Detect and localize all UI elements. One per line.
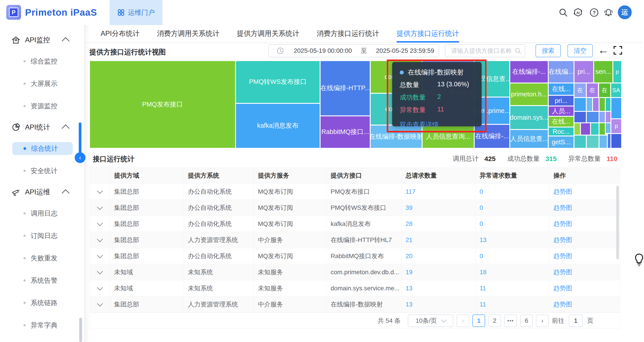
treemap-cell[interactable] [605, 123, 611, 133]
sidebar-item-安全统计[interactable]: 安全统计 [0, 160, 84, 182]
treemap-cell[interactable] [586, 98, 593, 112]
treemap-cell[interactable] [599, 112, 606, 123]
treemap-cell[interactable]: 在线... [548, 116, 574, 127]
treemap-cell[interactable] [605, 98, 611, 112]
treemap-cell[interactable] [574, 135, 586, 148]
treemap-cell[interactable]: 人员信息查... [510, 130, 548, 148]
treemap-cell[interactable] [611, 134, 622, 148]
treemap-cell[interactable] [574, 123, 580, 135]
treemap-cell[interactable]: pri... [548, 95, 574, 106]
clear-button[interactable]: 清空 [568, 44, 593, 57]
row-expand-chevron-icon[interactable] [97, 220, 103, 226]
sidebar-item-系统告警[interactable]: 系统告警 [0, 269, 84, 292]
treemap-cell[interactable]: p [611, 119, 622, 134]
error-requests-link[interactable]: 11 [480, 301, 486, 308]
ai-assistant-icon[interactable]: AI [573, 8, 583, 18]
sidebar-scrollbar[interactable] [79, 318, 82, 342]
view-title-help-icon[interactable]: ? [157, 48, 164, 55]
total-requests-link[interactable]: 19 [406, 269, 412, 276]
treemap-cell[interactable]: kafka消息发布 [236, 103, 320, 148]
page-ellipsis-button[interactable]: ••• [504, 314, 517, 327]
back-arrow-icon[interactable]: ← [598, 44, 609, 57]
treemap-cell[interactable] [607, 134, 611, 148]
sidebar-collapse-bar[interactable] [79, 122, 82, 154]
trend-chart-link[interactable]: 趋势图 [554, 204, 572, 212]
sidebar-item-订阅日志[interactable]: 订阅日志 [0, 224, 84, 247]
sidebar-item-调用日志[interactable]: 调用日志 [0, 202, 84, 224]
total-requests-link[interactable]: 117 [406, 188, 416, 195]
treemap-cell[interactable]: getS... [548, 136, 574, 148]
treemap-cell[interactable]: 在 [574, 83, 586, 98]
sidebar-collapse-button[interactable]: ‹ [75, 152, 86, 163]
total-requests-link[interactable]: 21 [406, 236, 412, 244]
trend-chart-link[interactable]: 趋势图 [554, 236, 572, 244]
treemap-cell[interactable] [605, 112, 611, 123]
error-requests-link[interactable]: 0 [480, 204, 483, 211]
treemap-cell[interactable] [574, 112, 586, 123]
treemap-cell[interactable]: PMQ发布接口 [90, 60, 236, 148]
tab-API分布统计[interactable]: API分布统计 [101, 25, 140, 42]
error-requests-link[interactable]: 0 [480, 188, 483, 195]
lightbulb-icon[interactable] [634, 253, 644, 267]
error-requests-link[interactable]: 0 [480, 220, 483, 228]
help-icon[interactable]: ? [589, 8, 599, 18]
tab-消费方调用关系统计[interactable]: 消费方调用关系统计 [157, 25, 220, 42]
sidebar-group-api-ops[interactable]: API运维 [0, 182, 84, 202]
app-logo-icon[interactable]: P [6, 5, 21, 20]
treemap-cell[interactable] [580, 123, 590, 135]
treemap-cell[interactable]: 在 [598, 83, 611, 98]
treemap-cell[interactable]: 在线编排-HTTP... [320, 60, 370, 116]
treemap-cell[interactable]: pri... [574, 60, 594, 83]
table-scrollbar[interactable] [616, 186, 619, 260]
treemap-cell[interactable]: 在 [586, 83, 598, 98]
treemap-cell[interactable]: sen... [594, 60, 613, 83]
api-name-search-input[interactable] [445, 44, 525, 57]
page-button-6[interactable]: 6 [520, 314, 533, 327]
fullscreen-icon[interactable] [613, 46, 622, 55]
sidebar-group-api-stats[interactable]: API统计 [0, 117, 84, 137]
sidebar-item-系统链路[interactable]: 系统链路 [0, 292, 84, 314]
search-icon[interactable] [558, 8, 568, 18]
prev-page-button[interactable]: ‹ [456, 314, 469, 327]
trend-chart-link[interactable]: 趋势图 [554, 252, 572, 260]
goto-page-input[interactable] [569, 314, 583, 327]
treemap-cell[interactable]: 在线编... [548, 60, 574, 83]
trend-chart-link[interactable]: 趋势图 [554, 188, 572, 196]
treemap-cell[interactable] [599, 98, 606, 112]
error-requests-link[interactable]: 0 [480, 252, 483, 260]
sidebar-group-api-monitor[interactable]: API监控 [0, 30, 84, 50]
treemap-cell[interactable] [592, 98, 599, 112]
sidebar-item-综合统计[interactable]: 综合统计 [0, 137, 84, 160]
treemap-cell[interactable]: primeton.h... [510, 83, 548, 106]
search-button[interactable]: 搜索 [536, 44, 561, 57]
treemap-cell[interactable] [574, 98, 586, 112]
treemap-cell[interactable]: p [613, 60, 622, 83]
portal-tab-ops[interactable]: 运维门户 [110, 0, 162, 25]
tab-提供方调用关系统计[interactable]: 提供方调用关系统计 [237, 25, 299, 42]
treemap-cell[interactable]: domain.sys... [510, 106, 548, 130]
treemap-cell[interactable] [590, 123, 599, 135]
treemap-cell[interactable] [599, 135, 607, 148]
row-expand-chevron-icon[interactable] [97, 188, 103, 194]
notifications-bell-icon[interactable] [604, 8, 613, 18]
sidebar-item-综合监控[interactable]: 综合监控 [0, 50, 84, 72]
sidebar-item-资源监控[interactable]: 资源监控 [0, 95, 84, 117]
trend-chart-link[interactable]: 趋势图 [554, 268, 572, 276]
user-avatar[interactable]: 运 [618, 5, 632, 19]
trend-chart-link[interactable]: 趋势图 [554, 300, 572, 309]
sidebar-item-异常字典[interactable]: 异常字典 [0, 314, 84, 336]
total-requests-link[interactable]: 13 [406, 285, 412, 292]
trend-chart-link[interactable]: 趋势图 [554, 284, 572, 292]
row-expand-chevron-icon[interactable] [97, 252, 103, 258]
row-expand-chevron-icon[interactable] [97, 300, 103, 307]
treemap-cell[interactable]: SA [611, 83, 622, 98]
treemap-cell[interactable]: 人员... [548, 106, 574, 116]
error-requests-link[interactable]: 18 [480, 269, 486, 276]
treemap-cell[interactable]: RabbitMQ接口... [320, 116, 370, 148]
page-button-1[interactable]: 1 [472, 314, 485, 327]
row-expand-chevron-icon[interactable] [97, 284, 103, 290]
next-page-button[interactable]: › [536, 314, 549, 327]
tab-消费方接口运行统计[interactable]: 消费方接口运行统计 [317, 25, 379, 42]
row-expand-chevron-icon[interactable] [97, 236, 103, 242]
sidebar-item-大屏展示[interactable]: 大屏展示 [0, 72, 84, 95]
